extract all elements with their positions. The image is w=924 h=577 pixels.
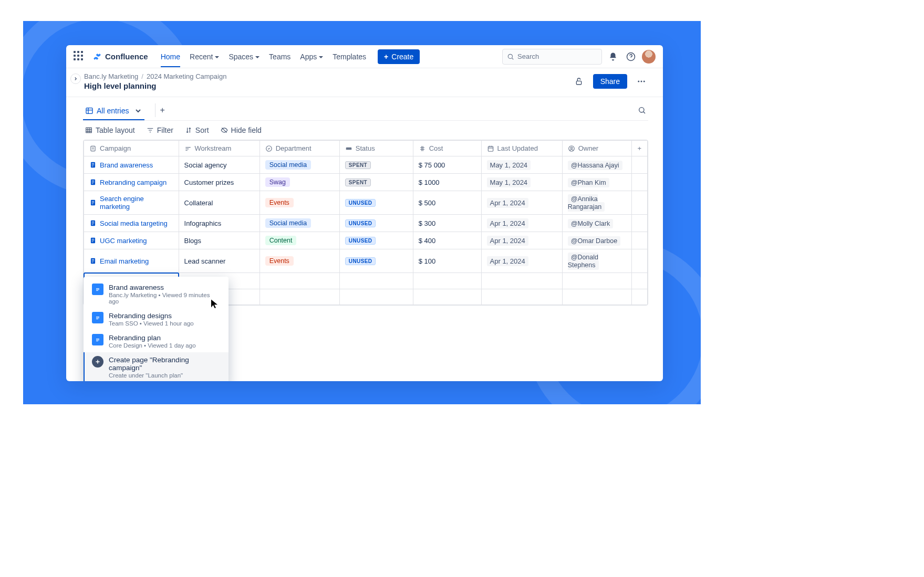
status-cell[interactable]: UNUSED — [339, 249, 413, 273]
svg-point-0 — [508, 54, 512, 58]
department-cell[interactable]: Swag — [259, 174, 339, 191]
cost-cell[interactable]: $ 75 000 — [413, 156, 481, 174]
view-toolbar: Table layout Filter Sort Hide field — [83, 121, 648, 140]
workstream-cell[interactable]: Blogs — [179, 232, 259, 249]
department-cell[interactable]: Social media — [259, 156, 339, 174]
status-cell[interactable]: UNUSED — [339, 215, 413, 232]
nav-templates[interactable]: Templates — [333, 53, 366, 61]
department-cell[interactable]: Social media — [259, 215, 339, 232]
svg-rect-24 — [92, 201, 95, 202]
workstream-cell[interactable]: Collateral — [179, 191, 259, 215]
svg-rect-41 — [96, 290, 98, 291]
status-cell[interactable]: UNUSED — [339, 191, 413, 215]
nav-teams[interactable]: Teams — [269, 53, 290, 61]
product-logo[interactable]: Confluence — [92, 52, 148, 61]
table-row: Rebranding campaignCustomer prizesSwagSP… — [84, 174, 648, 191]
department-cell[interactable]: Events — [259, 191, 339, 215]
help-icon[interactable] — [624, 50, 638, 64]
cost-cell[interactable]: $ 500 — [413, 191, 481, 215]
filter-button[interactable]: Filter — [147, 126, 173, 134]
campaign-link[interactable]: Search engine marketing — [89, 195, 173, 211]
cost-cell[interactable]: $ 100 — [413, 249, 481, 273]
notifications-icon[interactable] — [606, 50, 620, 64]
table-search-icon[interactable] — [636, 104, 648, 119]
more-actions-icon[interactable] — [635, 75, 648, 88]
share-button[interactable]: Share — [593, 74, 627, 89]
sidebar-expand-icon[interactable] — [70, 74, 81, 84]
date-cell[interactable]: May 1, 2024 — [481, 174, 562, 191]
svg-rect-43 — [96, 318, 99, 318]
profile-avatar[interactable] — [642, 50, 656, 64]
cost-cell[interactable]: $ 300 — [413, 215, 481, 232]
svg-rect-29 — [92, 223, 95, 223]
col-status[interactable]: Status — [339, 141, 413, 156]
date-cell[interactable]: Apr 1, 2024 — [481, 191, 562, 215]
date-cell[interactable]: Apr 1, 2024 — [481, 215, 562, 232]
svg-rect-18 — [92, 166, 94, 166]
status-cell[interactable]: UNUSED — [339, 232, 413, 249]
svg-rect-44 — [96, 319, 98, 319]
campaign-link[interactable]: Social media targeting — [89, 219, 173, 227]
svg-rect-39 — [96, 288, 99, 289]
department-cell[interactable]: Content — [259, 232, 339, 249]
hide-field-button[interactable]: Hide field — [221, 126, 262, 134]
svg-point-5 — [643, 81, 645, 82]
col-updated[interactable]: Last Updated — [481, 141, 562, 156]
owner-cell[interactable]: @Molly Clark — [562, 215, 631, 232]
campaign-link[interactable]: UGC marketing — [89, 237, 173, 245]
breadcrumb-parent[interactable]: 2024 Marketing Campaign — [147, 72, 226, 80]
create-button[interactable]: Create — [378, 49, 420, 64]
app-switcher-icon[interactable] — [74, 51, 85, 62]
dropdown-item[interactable]: Rebranding planCore Design • Viewed 1 da… — [84, 330, 229, 352]
nav-home[interactable]: Home — [161, 53, 180, 67]
view-tab-all-entries[interactable]: All entries — [83, 102, 144, 120]
owner-cell[interactable]: @Donald Stephens — [562, 249, 631, 273]
owner-cell[interactable]: @Omar Darboe — [562, 232, 631, 249]
col-owner[interactable]: Owner — [562, 141, 631, 156]
breadcrumb-space[interactable]: Banc.ly Marketing — [84, 72, 138, 80]
search-input[interactable]: Search — [502, 49, 602, 65]
workstream-cell[interactable]: Lead scanner — [179, 249, 259, 273]
page-icon — [92, 284, 103, 295]
campaign-link[interactable]: Brand awareness — [89, 161, 173, 169]
add-view-button[interactable]: + — [155, 103, 169, 117]
col-department[interactable]: Department — [259, 141, 339, 156]
nav-recent[interactable]: Recent — [190, 53, 219, 61]
svg-rect-16 — [92, 163, 95, 164]
workstream-cell[interactable]: Customer prizes — [179, 174, 259, 191]
campaign-link[interactable]: Rebranding campaign — [89, 179, 173, 186]
table-layout-button[interactable]: Table layout — [85, 126, 135, 134]
restrictions-icon[interactable] — [572, 75, 586, 88]
owner-cell[interactable]: @Annika Rangarajan — [562, 191, 631, 215]
dropdown-item[interactable]: Create page "Rebranding campaign"Create … — [84, 352, 229, 381]
date-cell[interactable]: Apr 1, 2024 — [481, 232, 562, 249]
add-column-button[interactable]: + — [631, 141, 647, 156]
svg-rect-36 — [92, 259, 95, 260]
status-cell[interactable]: SPENT — [339, 174, 413, 191]
col-workstream[interactable]: Workstream — [179, 141, 259, 156]
nav-links: Home Recent Spaces Teams Apps Templates — [161, 53, 366, 61]
col-cost[interactable]: Cost — [413, 141, 481, 156]
owner-cell[interactable]: @Hassana Ajayi — [562, 156, 631, 174]
workstream-cell[interactable]: Social agency — [179, 156, 259, 174]
workstream-cell[interactable]: Infographics — [179, 215, 259, 232]
campaign-link[interactable]: Email marketing — [89, 257, 173, 265]
col-campaign[interactable]: Campaign — [84, 141, 179, 156]
autocomplete-dropdown: Brand awarenessBanc.ly Marketing • Viewe… — [84, 277, 229, 381]
svg-rect-33 — [92, 240, 95, 240]
search-icon — [507, 53, 514, 60]
nav-apps[interactable]: Apps — [300, 53, 323, 61]
nav-spaces[interactable]: Spaces — [229, 53, 259, 61]
owner-cell[interactable]: @Phan Kim — [562, 174, 631, 191]
department-cell[interactable]: Events — [259, 249, 339, 273]
dropdown-item[interactable]: Brand awarenessBanc.ly Marketing • Viewe… — [84, 280, 229, 308]
status-cell[interactable]: SPENT — [339, 156, 413, 174]
sort-button[interactable]: Sort — [185, 126, 209, 134]
dropdown-item[interactable]: Rebranding designsTeam SSO • Viewed 1 ho… — [84, 308, 229, 330]
date-cell[interactable]: May 1, 2024 — [481, 156, 562, 174]
cost-cell[interactable]: $ 1000 — [413, 174, 481, 191]
svg-rect-32 — [92, 239, 95, 239]
date-cell[interactable]: Apr 1, 2024 — [481, 249, 562, 273]
plus-icon — [92, 356, 103, 368]
cost-cell[interactable]: $ 400 — [413, 232, 481, 249]
